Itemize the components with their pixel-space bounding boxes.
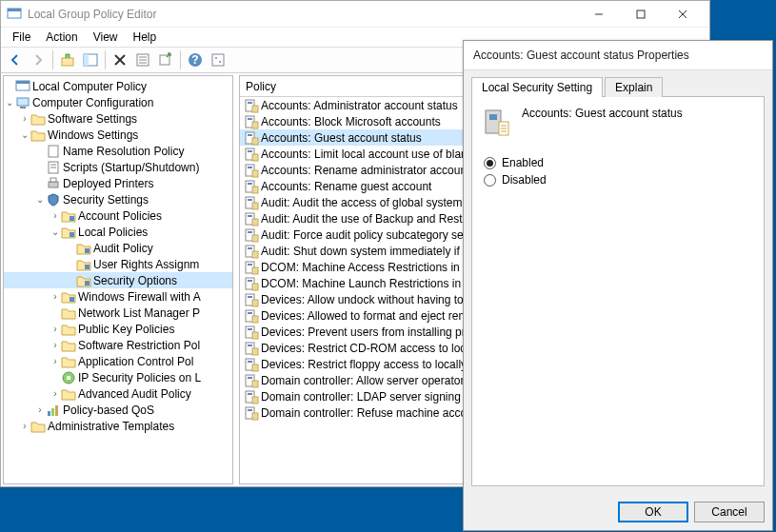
tree-item[interactable]: ›Advanced Audit Policy (4, 385, 232, 402)
export-button[interactable] (155, 49, 176, 70)
policy-icon (244, 389, 259, 404)
svg-rect-73 (248, 264, 252, 266)
svg-rect-1 (8, 9, 21, 11)
policy-icon (244, 227, 259, 243)
radio-disabled[interactable]: Disabled (484, 173, 754, 187)
list-item-label: DCOM: Machine Access Restrictions in Se (261, 261, 477, 274)
tree-item-label: Public Key Policies (78, 323, 174, 336)
tree-item[interactable]: ›Public Key Policies (4, 321, 232, 337)
folder-icon (61, 386, 76, 402)
show-hide-tree-button[interactable] (80, 49, 101, 70)
policy-icon (244, 244, 259, 259)
svg-text:?: ? (191, 53, 198, 67)
list-item-label: Accounts: Rename administrator account (261, 164, 469, 177)
policy-icon (244, 405, 259, 421)
menu-help[interactable]: Help (126, 29, 165, 46)
cancel-button[interactable]: Cancel (694, 502, 765, 522)
svg-rect-74 (252, 267, 258, 274)
tree-item[interactable]: ›Software Restriction Pol (4, 337, 232, 353)
tree-pane[interactable]: Local Computer Policy⌄Computer Configura… (3, 75, 233, 484)
policy-icon (244, 147, 259, 162)
expander-icon[interactable]: ⌄ (4, 97, 15, 108)
minimize-button[interactable] (578, 1, 620, 28)
tree-item[interactable]: ›Application Control Pol (4, 353, 232, 369)
expander-icon[interactable]: › (50, 340, 61, 350)
up-button[interactable] (57, 49, 78, 70)
tree-item[interactable]: ›Software Settings (4, 110, 232, 127)
printer-icon (46, 176, 61, 191)
tree-item[interactable]: ⌄Local Policies (4, 224, 232, 240)
tree-item[interactable]: Scripts (Startup/Shutdown) (4, 159, 232, 175)
tree-item-label: Audit Policy (93, 242, 153, 255)
svg-rect-23 (17, 98, 29, 106)
expander-icon[interactable]: › (19, 113, 30, 124)
svg-rect-8 (84, 54, 89, 66)
ok-button[interactable]: OK (618, 502, 688, 522)
computer-icon (15, 95, 30, 110)
folder-sec-icon (76, 273, 91, 288)
maximize-button[interactable] (620, 1, 662, 28)
expander-icon[interactable]: › (34, 404, 46, 415)
list-item-label: Accounts: Limit local account use of bla… (261, 148, 468, 161)
svg-rect-82 (248, 312, 252, 314)
svg-rect-64 (248, 215, 252, 217)
menu-file[interactable]: File (5, 29, 38, 46)
filter-button[interactable] (208, 49, 229, 70)
tree-item[interactable]: ›Policy-based QoS (4, 402, 232, 418)
expander-icon[interactable]: ⌄ (50, 227, 61, 237)
tree-item[interactable]: Audit Policy (4, 240, 232, 256)
svg-rect-34 (85, 265, 90, 269)
close-button[interactable] (662, 1, 704, 28)
expander-icon[interactable]: › (50, 324, 61, 334)
tree-item[interactable]: Local Computer Policy (4, 78, 232, 94)
svg-rect-58 (248, 183, 252, 185)
back-button[interactable] (5, 49, 26, 70)
tree-item[interactable]: Name Resolution Policy (4, 143, 232, 159)
svg-rect-39 (48, 411, 50, 416)
list-item-label: DCOM: Machine Launch Restrictions in S (261, 277, 471, 290)
menu-action[interactable]: Action (38, 29, 85, 46)
tab-explain[interactable]: Explain (605, 77, 663, 97)
tree-item[interactable]: ›Administrative Templates (4, 418, 232, 434)
tab-local-security-setting[interactable]: Local Security Setting (471, 77, 603, 97)
folder-sec-icon (61, 208, 76, 224)
forward-button[interactable] (28, 49, 49, 70)
svg-rect-71 (252, 251, 258, 258)
svg-rect-40 (51, 408, 54, 416)
expander-icon[interactable]: › (50, 388, 61, 399)
tree-item[interactable]: ⌄Windows Settings (4, 127, 232, 143)
tree-item[interactable]: ⌄Security Settings (4, 191, 232, 207)
list-item-label: Devices: Restrict CD-ROM access to local… (261, 342, 477, 355)
policy-name-label: Accounts: Guest account status (522, 107, 683, 120)
folder-sec-icon (76, 257, 91, 272)
folder-icon (61, 322, 76, 337)
svg-rect-30 (50, 178, 56, 182)
tree-item[interactable]: Deployed Printers (4, 175, 232, 191)
tree-item-label: Policy-based QoS (63, 404, 154, 417)
expander-icon[interactable]: › (50, 291, 61, 302)
expander-icon[interactable]: ⌄ (34, 194, 46, 205)
tree-item[interactable]: ›Account Policies (4, 207, 232, 224)
tree-item[interactable]: Security Options (4, 272, 232, 288)
svg-rect-32 (70, 232, 74, 237)
help-button[interactable]: ? (185, 49, 206, 70)
svg-rect-59 (252, 187, 258, 193)
radio-disabled-indicator (484, 174, 496, 187)
menu-view[interactable]: View (86, 29, 126, 46)
radio-enabled[interactable]: Enabled (484, 156, 754, 169)
svg-point-20 (219, 61, 221, 63)
expander-icon[interactable]: ⌄ (19, 129, 30, 140)
tree-item[interactable]: User Rights Assignm (4, 256, 232, 272)
tree-item[interactable]: ⌄Computer Configuration (4, 94, 232, 110)
delete-button[interactable] (109, 49, 130, 70)
properties-button[interactable] (132, 49, 153, 70)
expander-icon[interactable]: › (50, 210, 61, 221)
expander-icon[interactable]: › (50, 356, 61, 366)
tree-item[interactable]: Network List Manager P (4, 305, 232, 321)
radio-enabled-indicator (484, 157, 496, 169)
svg-rect-79 (248, 296, 252, 298)
expander-icon[interactable]: › (19, 421, 30, 431)
tree-item[interactable]: IP Security Policies on L (4, 369, 232, 385)
tree-item[interactable]: ›Windows Firewall with A (4, 288, 232, 305)
column-policy[interactable]: Policy (246, 80, 473, 93)
